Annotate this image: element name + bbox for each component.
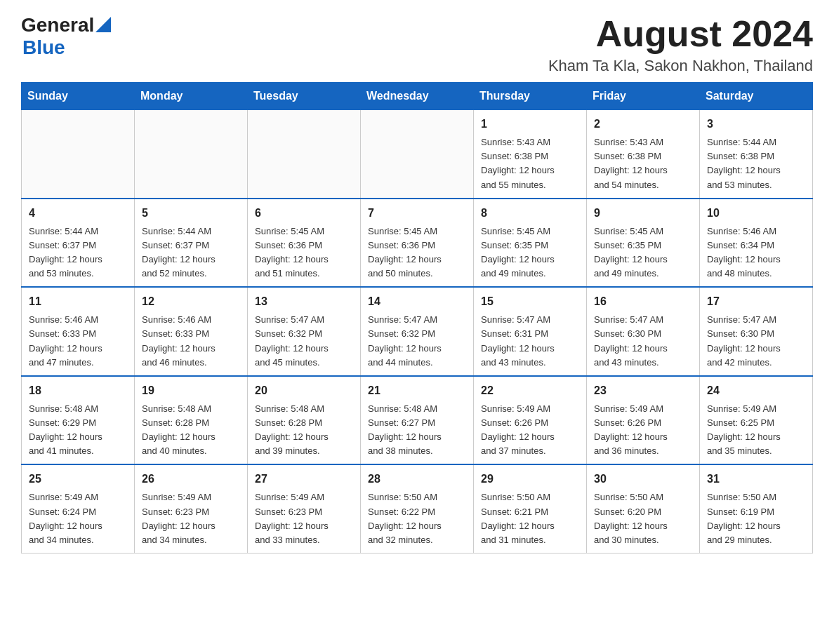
svg-marker-0 <box>95 17 111 32</box>
calendar-day-cell: 4Sunrise: 5:44 AMSunset: 6:37 PMDaylight… <box>22 199 135 288</box>
day-info: Sunrise: 5:48 AMSunset: 6:27 PMDaylight:… <box>368 402 466 459</box>
calendar-week-row: 11Sunrise: 5:46 AMSunset: 6:33 PMDayligh… <box>22 287 813 376</box>
logo-blue-text: Blue <box>22 36 111 59</box>
calendar-day-cell: 30Sunrise: 5:50 AMSunset: 6:20 PMDayligh… <box>587 464 700 553</box>
day-info: Sunrise: 5:44 AMSunset: 6:37 PMDaylight:… <box>29 224 127 281</box>
day-number: 8 <box>481 205 579 222</box>
day-number: 25 <box>29 471 127 488</box>
day-info: Sunrise: 5:50 AMSunset: 6:22 PMDaylight:… <box>368 490 466 547</box>
day-number: 16 <box>594 293 692 310</box>
calendar-day-cell: 28Sunrise: 5:50 AMSunset: 6:22 PMDayligh… <box>361 464 474 553</box>
calendar-day-cell: 10Sunrise: 5:46 AMSunset: 6:34 PMDayligh… <box>700 199 813 288</box>
calendar-day-header: Tuesday <box>248 83 361 110</box>
calendar-day-cell: 16Sunrise: 5:47 AMSunset: 6:30 PMDayligh… <box>587 287 700 376</box>
day-number: 7 <box>368 205 466 222</box>
day-info: Sunrise: 5:49 AMSunset: 6:24 PMDaylight:… <box>29 490 127 547</box>
day-number: 27 <box>255 471 353 488</box>
day-number: 31 <box>707 471 805 488</box>
page-header: General Blue August 2024 Kham Ta Kla, Sa… <box>21 14 813 75</box>
calendar-table: SundayMondayTuesdayWednesdayThursdayFrid… <box>21 82 813 554</box>
calendar-day-header: Thursday <box>474 83 587 110</box>
calendar-day-cell: 27Sunrise: 5:49 AMSunset: 6:23 PMDayligh… <box>248 464 361 553</box>
calendar-day-cell: 3Sunrise: 5:44 AMSunset: 6:38 PMDaylight… <box>700 110 813 199</box>
calendar-day-header: Saturday <box>700 83 813 110</box>
day-number: 24 <box>707 382 805 399</box>
calendar-day-cell <box>135 110 248 199</box>
day-info: Sunrise: 5:50 AMSunset: 6:19 PMDaylight:… <box>707 490 805 547</box>
day-info: Sunrise: 5:48 AMSunset: 6:28 PMDaylight:… <box>255 402 353 459</box>
day-info: Sunrise: 5:47 AMSunset: 6:30 PMDaylight:… <box>707 313 805 370</box>
calendar-day-cell: 26Sunrise: 5:49 AMSunset: 6:23 PMDayligh… <box>135 464 248 553</box>
title-section: August 2024 Kham Ta Kla, Sakon Nakhon, T… <box>548 14 813 75</box>
day-info: Sunrise: 5:49 AMSunset: 6:25 PMDaylight:… <box>707 402 805 459</box>
day-number: 26 <box>142 471 240 488</box>
day-number: 9 <box>594 205 692 222</box>
day-number: 10 <box>707 205 805 222</box>
day-info: Sunrise: 5:43 AMSunset: 6:38 PMDaylight:… <box>481 135 579 192</box>
calendar-day-cell: 2Sunrise: 5:43 AMSunset: 6:38 PMDaylight… <box>587 110 700 199</box>
calendar-week-row: 4Sunrise: 5:44 AMSunset: 6:37 PMDaylight… <box>22 199 813 288</box>
calendar-day-cell: 14Sunrise: 5:47 AMSunset: 6:32 PMDayligh… <box>361 287 474 376</box>
location-subheading: Kham Ta Kla, Sakon Nakhon, Thailand <box>548 57 813 75</box>
day-info: Sunrise: 5:49 AMSunset: 6:26 PMDaylight:… <box>594 402 692 459</box>
day-number: 22 <box>481 382 579 399</box>
calendar-day-cell: 7Sunrise: 5:45 AMSunset: 6:36 PMDaylight… <box>361 199 474 288</box>
calendar-day-cell: 24Sunrise: 5:49 AMSunset: 6:25 PMDayligh… <box>700 376 813 465</box>
calendar-day-cell: 25Sunrise: 5:49 AMSunset: 6:24 PMDayligh… <box>22 464 135 553</box>
day-number: 30 <box>594 471 692 488</box>
day-info: Sunrise: 5:48 AMSunset: 6:28 PMDaylight:… <box>142 402 240 459</box>
calendar-header-row: SundayMondayTuesdayWednesdayThursdayFrid… <box>22 83 813 110</box>
day-info: Sunrise: 5:48 AMSunset: 6:29 PMDaylight:… <box>29 402 127 459</box>
day-number: 17 <box>707 293 805 310</box>
day-number: 28 <box>368 471 466 488</box>
day-number: 2 <box>594 116 692 133</box>
calendar-day-cell: 29Sunrise: 5:50 AMSunset: 6:21 PMDayligh… <box>474 464 587 553</box>
day-number: 5 <box>142 205 240 222</box>
calendar-day-header: Friday <box>587 83 700 110</box>
day-number: 18 <box>29 382 127 399</box>
calendar-day-cell: 1Sunrise: 5:43 AMSunset: 6:38 PMDaylight… <box>474 110 587 199</box>
calendar-day-cell: 9Sunrise: 5:45 AMSunset: 6:35 PMDaylight… <box>587 199 700 288</box>
day-info: Sunrise: 5:49 AMSunset: 6:23 PMDaylight:… <box>255 490 353 547</box>
day-number: 23 <box>594 382 692 399</box>
day-number: 15 <box>481 293 579 310</box>
day-number: 3 <box>707 116 805 133</box>
day-info: Sunrise: 5:50 AMSunset: 6:21 PMDaylight:… <box>481 490 579 547</box>
day-info: Sunrise: 5:50 AMSunset: 6:20 PMDaylight:… <box>594 490 692 547</box>
day-info: Sunrise: 5:45 AMSunset: 6:36 PMDaylight:… <box>255 224 353 281</box>
day-info: Sunrise: 5:47 AMSunset: 6:32 PMDaylight:… <box>255 313 353 370</box>
calendar-day-cell: 21Sunrise: 5:48 AMSunset: 6:27 PMDayligh… <box>361 376 474 465</box>
day-info: Sunrise: 5:45 AMSunset: 6:35 PMDaylight:… <box>481 224 579 281</box>
logo-general-text: General <box>21 14 94 36</box>
day-number: 13 <box>255 293 353 310</box>
day-number: 6 <box>255 205 353 222</box>
calendar-day-cell: 15Sunrise: 5:47 AMSunset: 6:31 PMDayligh… <box>474 287 587 376</box>
calendar-day-cell: 5Sunrise: 5:44 AMSunset: 6:37 PMDaylight… <box>135 199 248 288</box>
calendar-day-cell <box>361 110 474 199</box>
day-number: 11 <box>29 293 127 310</box>
logo-triangle-icon <box>95 17 111 32</box>
calendar-day-cell <box>248 110 361 199</box>
day-number: 14 <box>368 293 466 310</box>
day-number: 1 <box>481 116 579 133</box>
day-info: Sunrise: 5:46 AMSunset: 6:33 PMDaylight:… <box>29 313 127 370</box>
day-number: 21 <box>368 382 466 399</box>
day-info: Sunrise: 5:45 AMSunset: 6:36 PMDaylight:… <box>368 224 466 281</box>
day-info: Sunrise: 5:47 AMSunset: 6:31 PMDaylight:… <box>481 313 579 370</box>
calendar-day-cell: 20Sunrise: 5:48 AMSunset: 6:28 PMDayligh… <box>248 376 361 465</box>
calendar-day-cell: 12Sunrise: 5:46 AMSunset: 6:33 PMDayligh… <box>135 287 248 376</box>
month-year-heading: August 2024 <box>548 14 813 54</box>
calendar-day-header: Wednesday <box>361 83 474 110</box>
calendar-day-cell: 11Sunrise: 5:46 AMSunset: 6:33 PMDayligh… <box>22 287 135 376</box>
calendar-day-cell: 6Sunrise: 5:45 AMSunset: 6:36 PMDaylight… <box>248 199 361 288</box>
calendar-week-row: 1Sunrise: 5:43 AMSunset: 6:38 PMDaylight… <box>22 110 813 199</box>
calendar-day-cell: 19Sunrise: 5:48 AMSunset: 6:28 PMDayligh… <box>135 376 248 465</box>
day-info: Sunrise: 5:44 AMSunset: 6:38 PMDaylight:… <box>707 135 805 192</box>
day-number: 29 <box>481 471 579 488</box>
day-number: 12 <box>142 293 240 310</box>
day-number: 4 <box>29 205 127 222</box>
calendar-day-header: Monday <box>135 83 248 110</box>
logo: General Blue <box>21 14 111 59</box>
day-info: Sunrise: 5:49 AMSunset: 6:23 PMDaylight:… <box>142 490 240 547</box>
day-number: 19 <box>142 382 240 399</box>
